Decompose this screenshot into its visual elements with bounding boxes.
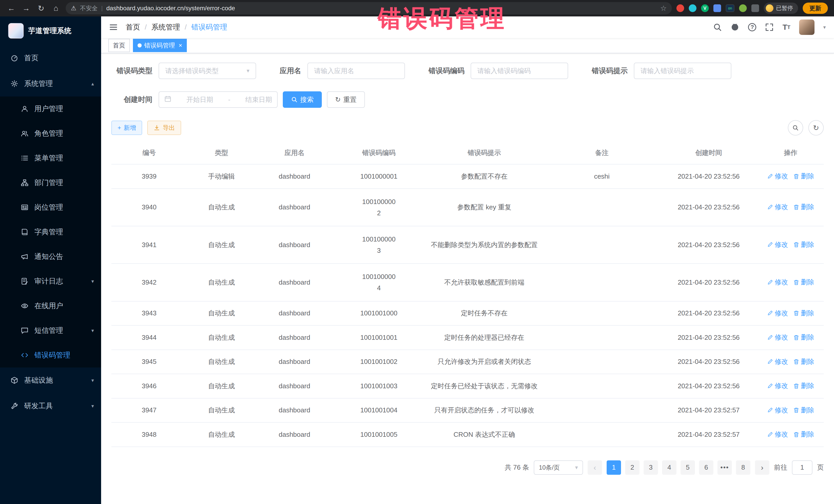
sidebar-item-dictionary[interactable]: 字典管理: [0, 220, 101, 244]
edit-link[interactable]: 修改: [767, 309, 788, 318]
tab-home[interactable]: 首页: [108, 39, 130, 52]
export-button[interactable]: 导出: [147, 120, 181, 135]
fullscreen-icon[interactable]: [765, 23, 774, 31]
tab-error-codes[interactable]: 错误码管理 ×: [133, 39, 187, 52]
font-size-icon[interactable]: TT: [783, 23, 790, 31]
delete-link[interactable]: 删除: [793, 357, 814, 366]
cell-created: 2021-04-20 23:52:56: [660, 374, 757, 398]
reload-icon[interactable]: ↻: [36, 4, 46, 13]
puzzle-extension-icon[interactable]: [751, 4, 759, 12]
cell-created: 2021-04-20 23:52:56: [660, 350, 757, 374]
update-button[interactable]: 更新: [803, 3, 828, 14]
help-icon[interactable]: ?: [748, 23, 756, 31]
sidebar-item-error-codes[interactable]: 错误码管理: [0, 343, 101, 368]
cell-message: 定时任务的处理器已经存在: [425, 325, 544, 350]
back-icon[interactable]: ←: [6, 4, 17, 13]
cell-operations: 修改删除: [758, 325, 824, 350]
edit-link[interactable]: 修改: [767, 202, 788, 212]
next-page-button[interactable]: ›: [755, 460, 769, 475]
refresh-table-button[interactable]: ↻: [808, 120, 824, 135]
download-icon: [153, 125, 160, 131]
home-icon[interactable]: ⌂: [51, 4, 61, 13]
sidebar-item-home[interactable]: 首页: [0, 45, 101, 71]
cell-type: 自动生成: [187, 264, 256, 301]
error-message-input[interactable]: [640, 67, 725, 75]
forward-icon[interactable]: →: [21, 4, 31, 13]
sidebar-item-infrastructure[interactable]: 基础设施 ▾: [0, 368, 101, 393]
delete-link[interactable]: 删除: [793, 406, 814, 415]
goto-page-input[interactable]: [792, 460, 812, 475]
cell-id: 3940: [111, 189, 187, 226]
edit-link[interactable]: 修改: [767, 406, 788, 415]
delete-link[interactable]: 删除: [793, 278, 814, 287]
sidebar-item-sms[interactable]: 短信管理 ▾: [0, 318, 101, 343]
breadcrumb-home[interactable]: 首页: [126, 22, 140, 32]
cell-operations: 修改删除: [758, 264, 824, 301]
page-button[interactable]: 5: [681, 460, 695, 475]
sidebar-item-online-users[interactable]: 在线用户: [0, 293, 101, 318]
delete-link[interactable]: 删除: [793, 333, 814, 342]
search-icon[interactable]: [713, 23, 722, 31]
sidebar-item-users[interactable]: 用户管理: [0, 96, 101, 121]
sidebar-item-devtools[interactable]: 研发工具 ▾: [0, 393, 101, 419]
total-count: 共 76 条: [505, 463, 529, 472]
avatar-caret-icon[interactable]: ▾: [823, 24, 826, 30]
page-size-select[interactable]: 10条/页 ▾: [534, 460, 583, 475]
add-button[interactable]: + 新增: [111, 120, 142, 135]
edit-link[interactable]: 修改: [767, 357, 788, 366]
cell-remark: [544, 325, 660, 350]
avatar[interactable]: [799, 20, 814, 35]
page-button[interactable]: 4: [662, 460, 676, 475]
leaf-extension-icon[interactable]: [739, 4, 747, 12]
edit-link[interactable]: 修改: [767, 240, 788, 249]
delete-link[interactable]: 删除: [793, 430, 814, 439]
edit-link[interactable]: 修改: [767, 333, 788, 342]
main-area: 首页 / 系统管理 / 错误码管理 ? TT ▾: [101, 17, 834, 504]
bookmark-star-icon[interactable]: ☆: [660, 4, 667, 13]
search-button[interactable]: 搜索: [283, 91, 322, 108]
delete-link[interactable]: 删除: [793, 381, 814, 390]
breadcrumb-system[interactable]: 系统管理: [151, 22, 180, 32]
edit-link[interactable]: 修改: [767, 430, 788, 439]
toggle-search-button[interactable]: [788, 120, 803, 135]
adblock-extension-icon[interactable]: [676, 4, 684, 12]
on-badge-extension-icon[interactable]: on: [726, 4, 734, 12]
prev-page-button[interactable]: ‹: [588, 460, 602, 475]
sidebar-item-menus[interactable]: 菜单管理: [0, 146, 101, 170]
sidebar-item-posts[interactable]: 岗位管理: [0, 195, 101, 220]
error-type-select[interactable]: 请选择错误码类型 ▾: [159, 63, 256, 79]
reset-button[interactable]: ↻ 重置: [327, 91, 365, 108]
drop-extension-icon[interactable]: [689, 4, 697, 12]
sidebar-item-audit-logs[interactable]: 审计日志 ▾: [0, 269, 101, 293]
app-logo[interactable]: 芋道管理系统: [0, 17, 101, 45]
sidebar-item-departments[interactable]: 部门管理: [0, 170, 101, 195]
page-button[interactable]: 8: [736, 460, 750, 475]
edit-link[interactable]: 修改: [767, 172, 788, 181]
sidebar-item-system[interactable]: 系统管理 ▴: [0, 71, 101, 96]
grid-extension-icon[interactable]: [714, 4, 721, 12]
edit-link[interactable]: 修改: [767, 381, 788, 390]
hamburger-icon[interactable]: [101, 23, 126, 32]
cell-id: 3947: [111, 398, 187, 423]
address-bar[interactable]: ⚠ 不安全 | dashboard.yudao.iocoder.cn/syste…: [66, 2, 672, 14]
delete-link[interactable]: 删除: [793, 309, 814, 318]
pager-more-button[interactable]: •••: [718, 460, 732, 475]
error-code-input[interactable]: [477, 67, 562, 75]
delete-link[interactable]: 删除: [793, 172, 814, 181]
delete-link[interactable]: 删除: [793, 240, 814, 249]
cell-app: dashboard: [256, 398, 333, 423]
page-button[interactable]: 1: [607, 460, 621, 475]
profile-chip[interactable]: 已暂停: [764, 3, 798, 14]
page-button[interactable]: 6: [699, 460, 714, 475]
app-name-input[interactable]: [314, 67, 398, 75]
edit-link[interactable]: 修改: [767, 278, 788, 287]
page-button[interactable]: 3: [643, 460, 658, 475]
sidebar-item-announcements[interactable]: 通知公告: [0, 244, 101, 269]
vpn-extension-icon[interactable]: V: [701, 4, 709, 12]
page-button[interactable]: 2: [625, 460, 639, 475]
github-icon[interactable]: [730, 23, 739, 31]
sidebar-item-roles[interactable]: 角色管理: [0, 121, 101, 146]
delete-link[interactable]: 删除: [793, 202, 814, 212]
close-icon[interactable]: ×: [179, 42, 182, 48]
date-range-picker[interactable]: 开始日期 - 结束日期: [159, 91, 278, 108]
